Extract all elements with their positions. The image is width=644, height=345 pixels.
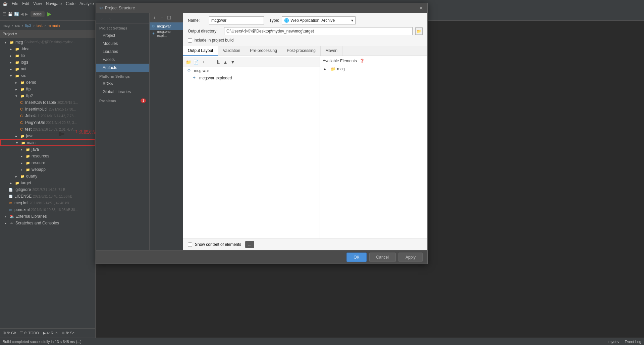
tab-validation[interactable]: Validation — [218, 46, 245, 56]
layout-item-war[interactable]: ⚙ mcg.war — [183, 67, 320, 74]
detail-header: Name: Type: 🌐 Web Application: Archive ▾ — [183, 13, 427, 46]
nav-modules[interactable]: Modules — [96, 40, 149, 48]
artifact-item-war-exploded[interactable]: ✦ mcg:war expl... — [150, 30, 183, 37]
show-content-checkbox[interactable] — [188, 243, 192, 247]
nav-facets[interactable]: Facets — [96, 56, 149, 64]
browse-button[interactable]: 📁 — [415, 27, 423, 35]
layout-up-btn[interactable]: ▲ — [222, 59, 229, 65]
name-label: Name: — [188, 18, 206, 23]
problems-label: Problems — [99, 99, 141, 103]
dialog-title-bar: ⚙ Project Structure ✕ — [96, 3, 427, 13]
nav-project[interactable]: Project — [96, 31, 149, 40]
apply-button[interactable]: Apply — [398, 253, 423, 262]
dialog-title-text: Project Structure — [105, 6, 135, 10]
artifact-list-panel: + − ❐ ⚙ mcg:war ✦ mcg:war expl... — [150, 13, 183, 250]
dialog-overlay: ⚙ Project Structure ✕ ‹ › Project Settin… — [0, 0, 644, 345]
type-dropdown-arrow: ▾ — [351, 18, 353, 23]
output-dir-row: Output directory: 📁 — [188, 27, 423, 35]
show-content-button[interactable]: ... — [245, 241, 254, 248]
status-bar: Build completed successfully in 13 s 648… — [0, 338, 644, 345]
type-select[interactable]: 🌐 Web Application: Archive ▾ — [282, 16, 356, 24]
artifact-remove-button[interactable]: − — [158, 14, 165, 21]
project-structure-dialog: ⚙ Project Structure ✕ ‹ › Project Settin… — [96, 3, 428, 264]
output-dir-input[interactable] — [224, 27, 413, 35]
dialog-icon: ⚙ — [99, 6, 103, 10]
exploded-layout-icon: ✦ — [193, 75, 198, 81]
nav-libraries[interactable]: Libraries — [96, 48, 149, 56]
type-value: Web Application: Archive — [290, 18, 335, 23]
layout-tree: 📁 📄 + − ⇅ ▲ ▼ ⚙ — [183, 56, 320, 238]
artifact-add-button[interactable]: + — [151, 14, 158, 21]
nav-global-libraries[interactable]: Global Libraries — [96, 88, 149, 96]
name-field-row: Name: — [188, 16, 264, 24]
dialog-nav: ‹ › Project Settings Project Modules Lib… — [96, 13, 150, 250]
project-settings-label: Project Settings — [96, 23, 149, 31]
nav-artifacts[interactable]: Artifacts — [96, 64, 149, 72]
layout-remove-btn[interactable]: − — [207, 59, 214, 65]
war-layout-icon: ⚙ — [187, 68, 193, 73]
layout-item-label: mcg.war — [194, 68, 209, 73]
name-type-row: Name: Type: 🌐 Web Application: Archive ▾ — [188, 16, 423, 24]
include-label: Include in project build — [194, 38, 233, 43]
layout-sort-btn[interactable]: ⇅ — [215, 59, 221, 65]
type-icon: 🌐 — [284, 18, 289, 23]
name-input[interactable] — [209, 16, 264, 24]
include-checkbox[interactable] — [188, 38, 192, 43]
cancel-button[interactable]: Cancel — [369, 253, 396, 262]
tab-maven[interactable]: Maven — [321, 46, 342, 56]
show-content-label: Show content of elements — [195, 242, 241, 247]
tab-post-processing[interactable]: Post-processing — [282, 46, 321, 56]
detail-tabs: Output Layout Validation Pre-processing … — [183, 46, 427, 56]
available-item-label: mcg — [337, 67, 345, 71]
exploded-icon: ✦ — [151, 31, 156, 36]
available-item-mcg[interactable]: ▸ 📁 mcg — [323, 65, 425, 73]
layout-folder-btn[interactable]: 📁 — [185, 59, 192, 65]
output-dir-label: Output directory: — [188, 29, 221, 33]
ok-button[interactable]: OK — [346, 253, 366, 262]
artifact-items: ⚙ mcg:war ✦ mcg:war expl... — [150, 22, 183, 250]
ide-background: ☕ File Edit View Navigate Code Analyze ☰… — [0, 0, 644, 345]
dialog-buttons: OK Cancel Apply — [96, 250, 427, 264]
nav-toolbar: ‹ › — [96, 14, 149, 23]
event-log[interactable]: Event Log — [625, 340, 641, 344]
available-panel: Available Elements ❓ ▸ 📁 mcg — [320, 56, 427, 238]
available-chevron: ▸ — [324, 67, 331, 71]
help-icon: ❓ — [360, 59, 365, 63]
status-message: Build completed successfully in 13 s 648… — [3, 340, 82, 344]
layout-toolbar: 📁 📄 + − ⇅ ▲ ▼ — [183, 57, 320, 67]
artifact-item-label: mcg:war — [157, 24, 171, 28]
platform-settings-label: Platform Settings — [96, 72, 149, 80]
layout-file-btn[interactable]: 📄 — [193, 59, 199, 65]
artifact-item-war[interactable]: ⚙ mcg:war — [150, 22, 183, 30]
problems-section: Problems 1 — [96, 96, 149, 104]
artifact-item-label2: mcg:war expl... — [157, 29, 181, 38]
available-label: Available Elements — [323, 59, 357, 63]
tab-pre-processing[interactable]: Pre-processing — [245, 46, 282, 56]
available-folder-icon: 📁 — [331, 67, 336, 71]
artifact-copy-button[interactable]: ❐ — [166, 14, 172, 21]
layout-add-btn[interactable]: + — [200, 59, 207, 65]
dialog-title: ⚙ Project Structure — [99, 6, 135, 10]
war-icon: ⚙ — [151, 24, 156, 28]
detail-panel: Name: Type: 🌐 Web Application: Archive ▾ — [183, 13, 427, 250]
layout-item-label2: mcg:war exploded — [199, 76, 232, 80]
layout-item-exploded[interactable]: ✦ mcg:war exploded — [183, 74, 320, 82]
type-field-row: Type: 🌐 Web Application: Archive ▾ — [269, 16, 356, 24]
tab-output-layout[interactable]: Output Layout — [183, 46, 218, 56]
nav-sdks[interactable]: SDKs — [96, 80, 149, 88]
detail-content: 📁 📄 + − ⇅ ▲ ▼ ⚙ — [183, 56, 427, 238]
dialog-body: ‹ › Project Settings Project Modules Lib… — [96, 13, 427, 250]
status-right: mydev — [608, 340, 619, 344]
available-header: Available Elements ❓ — [323, 59, 425, 63]
detail-footer: Show content of elements ... — [183, 238, 427, 250]
type-label: Type: — [269, 18, 279, 23]
include-checkbox-row: Include in project build — [188, 38, 423, 43]
artifact-toolbar: + − ❐ — [150, 13, 183, 22]
dialog-close-button[interactable]: ✕ — [419, 5, 424, 11]
nav-back-button[interactable]: ‹ — [99, 16, 105, 22]
layout-down-btn[interactable]: ▼ — [229, 59, 236, 65]
nav-forward-button[interactable]: › — [107, 16, 113, 22]
problems-badge: 1 — [141, 98, 146, 103]
